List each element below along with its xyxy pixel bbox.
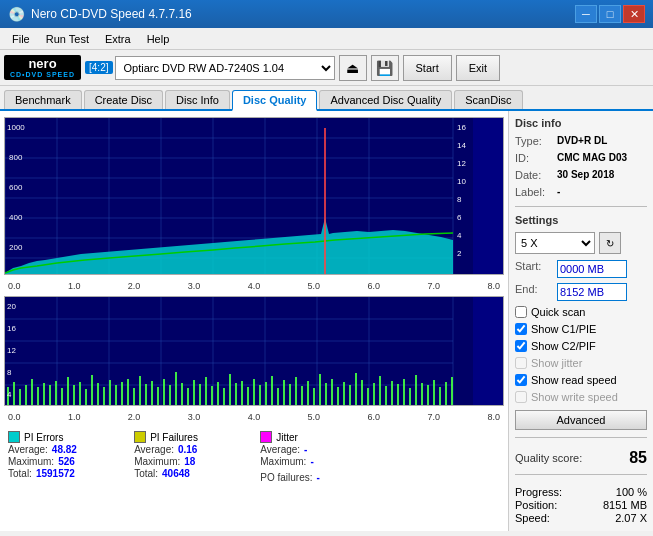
svg-rect-52 — [49, 385, 51, 405]
jitter-max-val: - — [310, 456, 370, 467]
svg-rect-76 — [193, 380, 195, 405]
show-c2-pif-checkbox[interactable] — [515, 340, 527, 352]
refresh-button[interactable]: ↻ — [599, 232, 621, 254]
title-bar-left: 💿 Nero CD-DVD Speed 4.7.7.16 — [8, 6, 192, 22]
quality-score-value: 85 — [629, 449, 647, 467]
minimize-button[interactable]: ─ — [575, 5, 597, 23]
show-read-speed-row: Show read speed — [515, 374, 647, 386]
svg-rect-72 — [169, 385, 171, 405]
svg-rect-46 — [13, 382, 15, 405]
eject-button[interactable]: ⏏ — [339, 55, 367, 81]
pi-errors-max-label: Maximum: — [8, 456, 54, 467]
save-button[interactable]: 💾 — [371, 55, 399, 81]
svg-rect-58 — [85, 389, 87, 405]
svg-rect-75 — [187, 388, 189, 405]
legend-pi-failures-label: PI Failures — [150, 432, 198, 443]
svg-rect-80 — [217, 382, 219, 405]
tab-scan-disc[interactable]: ScanDisc — [454, 90, 522, 109]
show-jitter-checkbox[interactable] — [515, 357, 527, 369]
disc-id-val: CMC MAG D03 — [557, 152, 627, 164]
settings-title: Settings — [515, 214, 647, 226]
menu-bar: File Run Test Extra Help — [0, 28, 653, 50]
svg-rect-71 — [163, 379, 165, 405]
show-c2-pif-row: Show C2/PIF — [515, 340, 647, 352]
svg-text:14: 14 — [457, 141, 466, 150]
menu-run-test[interactable]: Run Test — [38, 31, 97, 47]
x-label: 0.0 — [8, 412, 21, 422]
menu-extra[interactable]: Extra — [97, 31, 139, 47]
quick-scan-checkbox[interactable] — [515, 306, 527, 318]
pi-failures-avg-label: Average: — [134, 444, 174, 455]
show-read-speed-checkbox[interactable] — [515, 374, 527, 386]
svg-rect-62 — [109, 380, 111, 405]
x-label: 5.0 — [308, 281, 321, 291]
tab-benchmark[interactable]: Benchmark — [4, 90, 82, 109]
quick-scan-row: Quick scan — [515, 306, 647, 318]
x-label: 8.0 — [487, 412, 500, 422]
svg-text:8: 8 — [7, 368, 12, 377]
svg-rect-90 — [277, 388, 279, 405]
title-bar: 💿 Nero CD-DVD Speed 4.7.7.16 ─ □ ✕ — [0, 0, 653, 28]
show-write-speed-row: Show write speed — [515, 391, 647, 403]
pi-errors-total-row: Total: 1591572 — [8, 468, 118, 479]
svg-rect-107 — [379, 376, 381, 405]
speed-setting-row: 5 X 4 X 8 X Max ↻ — [515, 232, 647, 254]
svg-rect-95 — [307, 381, 309, 405]
pi-failures-max-val: 18 — [184, 456, 244, 467]
speed-dropdown[interactable]: 5 X 4 X 8 X Max — [515, 232, 595, 254]
show-jitter-label: Show jitter — [531, 357, 582, 369]
svg-rect-66 — [133, 388, 135, 405]
tab-create-disc[interactable]: Create Disc — [84, 90, 163, 109]
drive-dropdown[interactable]: Optiarc DVD RW AD-7240S 1.04 — [115, 56, 335, 80]
legend-pi-errors-label: PI Errors — [24, 432, 63, 443]
legend-jitter-label: Jitter — [276, 432, 298, 443]
pi-errors-chart: 16 14 12 10 8 6 4 2 1000 800 600 400 200 — [4, 117, 504, 275]
end-mb-input[interactable] — [557, 283, 627, 301]
svg-rect-78 — [205, 377, 207, 405]
svg-rect-112 — [409, 388, 411, 405]
po-failures-label: PO failures: — [260, 472, 312, 483]
svg-rect-84 — [241, 381, 243, 405]
svg-text:2: 2 — [457, 249, 462, 258]
tab-disc-quality[interactable]: Disc Quality — [232, 90, 318, 111]
svg-text:16: 16 — [7, 324, 16, 333]
menu-file[interactable]: File — [4, 31, 38, 47]
show-c1-pie-checkbox[interactable] — [515, 323, 527, 335]
show-write-speed-checkbox[interactable] — [515, 391, 527, 403]
progress-section: Progress: 100 % Position: 8151 MB Speed:… — [515, 486, 647, 525]
app-logo: nero CD•DVD SPEED — [4, 55, 81, 81]
pi-failures-max-row: Maximum: 18 — [134, 456, 244, 467]
x-label: 6.0 — [368, 412, 381, 422]
pi-errors-max-row: Maximum: 526 — [8, 456, 118, 467]
start-mb-input[interactable] — [557, 260, 627, 278]
svg-rect-59 — [91, 375, 93, 405]
close-button[interactable]: ✕ — [623, 5, 645, 23]
x-label: 3.0 — [188, 412, 201, 422]
svg-rect-63 — [115, 385, 117, 405]
advanced-button[interactable]: Advanced — [515, 410, 647, 430]
tab-advanced-disc-quality[interactable]: Advanced Disc Quality — [319, 90, 452, 109]
logo-sub: CD•DVD SPEED — [10, 71, 75, 79]
svg-text:400: 400 — [9, 213, 23, 222]
exit-button[interactable]: Exit — [456, 55, 500, 81]
svg-rect-114 — [421, 383, 423, 405]
maximize-button[interactable]: □ — [599, 5, 621, 23]
app-icon: 💿 — [8, 6, 25, 22]
position-val: 8151 MB — [603, 499, 647, 511]
svg-rect-111 — [403, 379, 405, 405]
svg-rect-88 — [265, 382, 267, 405]
pi-errors-total-label: Total: — [8, 468, 32, 479]
drive-badge: [4:2] — [85, 61, 112, 74]
x-label: 1.0 — [68, 281, 81, 291]
jitter-avg-row: Average: - — [260, 444, 376, 455]
x-label: 4.0 — [248, 412, 261, 422]
divider-1 — [515, 206, 647, 207]
tab-disc-info[interactable]: Disc Info — [165, 90, 230, 109]
svg-rect-83 — [235, 383, 237, 405]
show-c2-pif-label: Show C2/PIF — [531, 340, 596, 352]
app-title: Nero CD-DVD Speed 4.7.7.16 — [31, 7, 192, 21]
svg-rect-74 — [181, 383, 183, 405]
disc-label-row: Label: - — [515, 186, 647, 198]
start-button[interactable]: Start — [403, 55, 452, 81]
menu-help[interactable]: Help — [139, 31, 178, 47]
